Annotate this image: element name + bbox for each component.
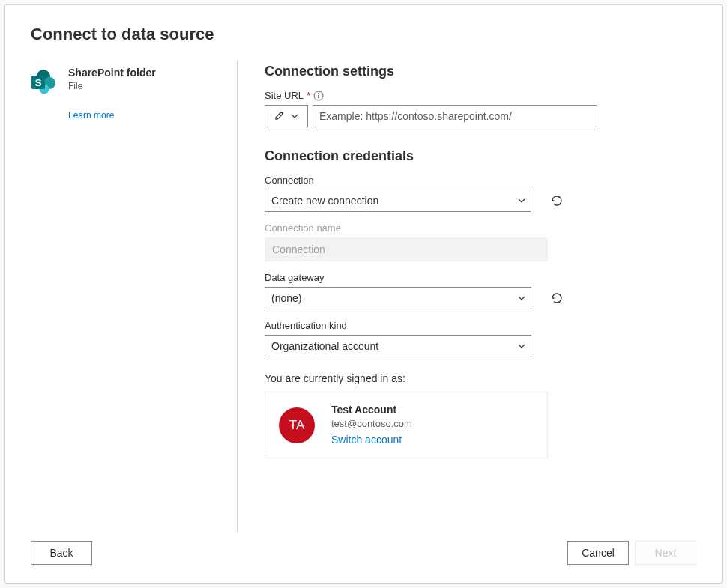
auth-select[interactable]: Organizational account	[265, 335, 531, 357]
dialog-body: S SharePoint folder File Learn more Conn…	[5, 53, 722, 532]
connection-settings-heading: Connection settings	[265, 64, 696, 79]
chevron-down-icon	[517, 294, 526, 303]
credentials-section: Connection credentials Connection Create…	[265, 148, 696, 458]
svg-point-6	[318, 93, 319, 94]
chevron-down-icon	[517, 196, 526, 205]
cancel-button[interactable]: Cancel	[567, 541, 629, 565]
gateway-refresh-button[interactable]	[548, 289, 566, 307]
account-card: TA Test Account test@contoso.com Switch …	[265, 392, 548, 458]
connection-name-input: Connection	[265, 237, 548, 261]
sharepoint-icon: S	[31, 68, 58, 95]
connection-label: Connection	[265, 175, 696, 186]
footer-right: Cancel Next	[567, 541, 696, 565]
account-email: test@contoso.com	[331, 417, 412, 431]
input-mode-button[interactable]	[265, 105, 308, 127]
svg-text:S: S	[35, 77, 42, 88]
gateway-select[interactable]: (none)	[265, 287, 531, 309]
gateway-label: Data gateway	[265, 272, 696, 283]
connection-select[interactable]: Create new connection	[265, 190, 531, 212]
learn-more-link[interactable]: Learn more	[68, 110, 222, 121]
gateway-row: (none)	[265, 287, 696, 309]
dialog-header: Connect to data source	[5, 5, 722, 53]
back-button[interactable]: Back	[31, 541, 92, 565]
dialog: Connect to data source S SharePoint fold…	[4, 4, 723, 584]
switch-account-link[interactable]: Switch account	[331, 433, 412, 447]
pencil-icon	[274, 109, 286, 124]
site-url-row	[265, 105, 696, 127]
auth-label: Authentication kind	[265, 320, 696, 331]
info-icon[interactable]	[313, 91, 324, 101]
source-subtitle: File	[68, 81, 156, 91]
chevron-down-icon	[290, 112, 299, 121]
svg-rect-7	[318, 94, 319, 97]
chevron-down-icon	[517, 342, 526, 351]
panel-divider-mask	[31, 500, 222, 532]
site-url-label: Site URL *	[265, 90, 696, 101]
site-url-label-text: Site URL	[265, 90, 304, 101]
avatar: TA	[279, 407, 315, 443]
account-name: Test Account	[331, 403, 412, 417]
auth-value: Organizational account	[271, 340, 378, 352]
source-labels: SharePoint folder File	[68, 67, 156, 91]
account-info: Test Account test@contoso.com Switch acc…	[331, 403, 412, 447]
source-title: SharePoint folder	[68, 67, 156, 79]
source-panel: S SharePoint folder File Learn more	[31, 61, 238, 532]
source-row: S SharePoint folder File	[31, 67, 222, 95]
connection-credentials-heading: Connection credentials	[265, 148, 696, 164]
dialog-footer: Back Cancel Next	[5, 532, 722, 583]
connection-name-value: Connection	[272, 243, 325, 255]
next-button: Next	[635, 541, 696, 565]
connection-value: Create new connection	[271, 195, 378, 207]
connection-name-label: Connection name	[265, 222, 696, 234]
connection-row: Create new connection	[265, 190, 696, 212]
site-url-input[interactable]	[313, 105, 597, 127]
dialog-title: Connect to data source	[31, 25, 696, 44]
gateway-value: (none)	[271, 292, 301, 304]
connection-refresh-button[interactable]	[548, 192, 566, 210]
signed-in-label: You are currently signed in as:	[265, 372, 696, 384]
required-asterisk: *	[307, 90, 310, 101]
settings-panel: Connection settings Site URL *	[238, 61, 696, 532]
